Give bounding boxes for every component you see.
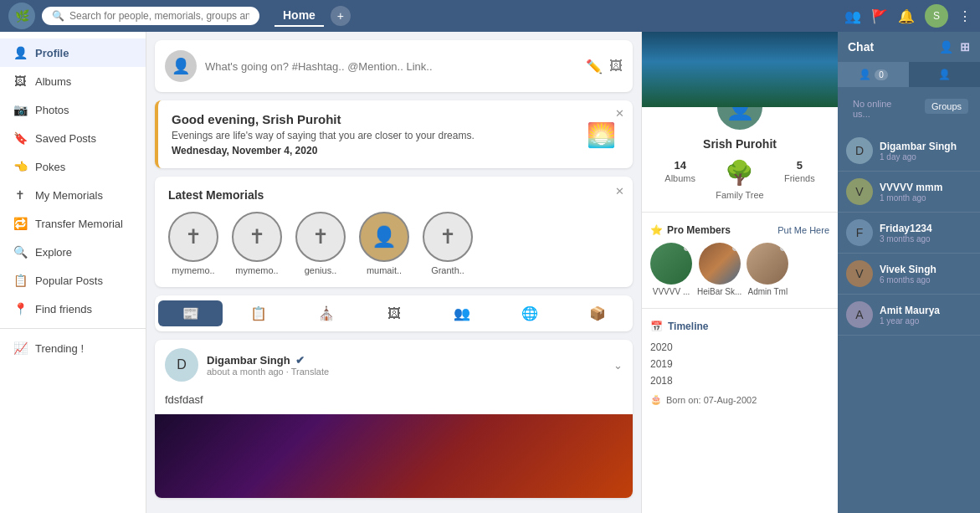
contact-avatar-digambar: D bbox=[846, 137, 873, 164]
friends-count: 5 bbox=[797, 159, 803, 172]
post-input-card: 👤 ✏️ 🖼 bbox=[155, 40, 633, 92]
sidebar-item-photos[interactable]: 📷 Photos bbox=[0, 95, 146, 124]
sidebar-item-transfer[interactable]: 🔁 Transfer Memorial bbox=[0, 209, 146, 238]
sidebar-item-memorials[interactable]: ✝ My Memorials bbox=[0, 181, 146, 209]
home-button[interactable]: Home bbox=[275, 5, 324, 27]
albums-label: Albums bbox=[664, 173, 695, 183]
list-item[interactable]: 👤 mumait.. bbox=[359, 212, 409, 275]
feed-post-author[interactable]: Digambar Singh ✔ bbox=[207, 354, 605, 367]
add-button[interactable]: + bbox=[331, 6, 351, 26]
online-count: 0 bbox=[875, 69, 888, 80]
chat-grid-icon[interactable]: ⊞ bbox=[960, 40, 970, 54]
list-item[interactable]: ✝ genius.. bbox=[295, 212, 346, 275]
find-friends-icon: 📍 bbox=[13, 302, 27, 315]
sidebar-item-explore[interactable]: 🔍 Explore bbox=[0, 238, 146, 266]
family-tree-label: Family Tree bbox=[716, 190, 763, 200]
logo[interactable]: 🌿 bbox=[8, 3, 35, 29]
memorials-list: ✝ mymemo.. ✝ mymemo.. ✝ genius.. 👤 mumai… bbox=[168, 212, 619, 275]
chat-contact-amit[interactable]: A Amit Maurya 1 year ago bbox=[838, 295, 980, 336]
list-item[interactable]: VVVVV ... bbox=[650, 243, 692, 296]
pro-members-grid: VVVVV ... HeiBar Sk... Admin Tml bbox=[650, 243, 829, 296]
profile-divider bbox=[642, 212, 838, 213]
chat-contact-friday[interactable]: F Friday1234 3 months ago bbox=[838, 213, 980, 254]
messages-icon[interactable]: 🚩 bbox=[871, 8, 888, 24]
friends-icon[interactable]: 👥 bbox=[844, 8, 861, 24]
albums-icon: 🖼 bbox=[13, 74, 27, 88]
groups-button[interactable]: Groups bbox=[925, 99, 968, 114]
tab-archive[interactable]: 📦 bbox=[565, 300, 629, 326]
memorial-name-3: genius.. bbox=[305, 265, 337, 275]
stat-friends[interactable]: 5 Friends bbox=[770, 159, 829, 200]
edit-icon[interactable]: ✏️ bbox=[586, 59, 603, 74]
contact-info-friday: Friday1234 3 months ago bbox=[880, 223, 972, 244]
memorial-name-2: mymemo.. bbox=[235, 265, 278, 275]
profile-stats: 14 Albums 🌳 Family Tree 5 Friends bbox=[642, 159, 838, 208]
list-item[interactable]: ✝ Granth.. bbox=[423, 212, 473, 275]
tab-family-tree[interactable]: 🌐 bbox=[497, 300, 562, 326]
memorials-close-button[interactable]: ✕ bbox=[615, 185, 624, 198]
tab-photos[interactable]: 🖼 bbox=[362, 300, 426, 326]
feed-post-meta: about a month ago · Translate bbox=[207, 367, 605, 377]
gallery-icon[interactable]: 🖼 bbox=[609, 59, 623, 74]
chat-tab-groups[interactable]: 👤 bbox=[909, 62, 980, 87]
user-avatar[interactable]: S bbox=[925, 4, 948, 28]
pro-member-name-1: VVVVV ... bbox=[653, 287, 690, 296]
post-input-field[interactable] bbox=[205, 60, 577, 73]
sidebar-item-find-friends[interactable]: 📍 Find friends bbox=[0, 295, 146, 323]
memorial-name-4: mumait.. bbox=[367, 265, 402, 275]
albums-count: 14 bbox=[674, 159, 685, 172]
greeting-close-button[interactable]: ✕ bbox=[615, 107, 624, 120]
chat-contact-vivek[interactable]: V Vivek Singh 6 months ago bbox=[838, 254, 980, 295]
timeline-year-2018[interactable]: 2018 bbox=[650, 372, 829, 389]
chevron-down-icon[interactable]: ⌄ bbox=[613, 359, 623, 372]
list-item[interactable]: ✝ mymemo.. bbox=[232, 212, 282, 275]
contact-info-vvvvv: VVVVV mmm 1 month ago bbox=[880, 182, 972, 203]
list-item[interactable]: Admin Tml bbox=[747, 243, 788, 296]
sidebar-item-profile[interactable]: 👤 Profile bbox=[0, 38, 146, 67]
sidebar-item-albums[interactable]: 🖼 Albums bbox=[0, 67, 146, 95]
memorial-avatar-5: ✝ bbox=[423, 212, 473, 262]
add-friend-icon[interactable]: 👤 bbox=[939, 40, 953, 54]
memorial-name-5: Granth.. bbox=[431, 265, 464, 275]
avatar-label: S bbox=[933, 10, 940, 22]
profile-waterfall-image bbox=[642, 32, 838, 107]
list-item[interactable]: HeiBar Sk... bbox=[697, 243, 741, 296]
timeline-year-2020[interactable]: 2020 bbox=[650, 339, 829, 356]
tab-people[interactable]: 👥 bbox=[429, 300, 494, 326]
sidebar-item-pokes[interactable]: 👈 Pokes bbox=[0, 152, 146, 181]
sidebar-item-popular[interactable]: 📋 Popular Posts bbox=[0, 266, 146, 295]
friends-label: Friends bbox=[784, 173, 815, 183]
search-input[interactable] bbox=[69, 10, 249, 22]
timeline-year-2019[interactable]: 2019 bbox=[650, 356, 829, 372]
nav-right: 👥 🚩 🔔 S ⋮ bbox=[844, 4, 972, 28]
tab-list[interactable]: 📋 bbox=[226, 300, 290, 326]
put-me-here-link[interactable]: Put Me Here bbox=[777, 225, 829, 235]
sidebar-item-trending[interactable]: 📈 Trending ! bbox=[0, 334, 146, 362]
feed-post-avatar: D bbox=[165, 348, 198, 382]
feed-avatar-label: D bbox=[177, 357, 187, 372]
search-icon: 🔍 bbox=[52, 10, 64, 22]
sidebar-label-explore: Explore bbox=[35, 246, 72, 259]
sidebar-label-trending: Trending ! bbox=[35, 342, 84, 355]
notifications-icon[interactable]: 🔔 bbox=[898, 8, 915, 24]
tab-timeline[interactable]: 📰 bbox=[158, 300, 223, 326]
chat-contact-digambar[interactable]: D Digambar Singh 1 day ago bbox=[838, 131, 980, 172]
chat-tab-online[interactable]: 👤 0 bbox=[838, 62, 909, 87]
greeting-date: Wednesday, November 4, 2020 bbox=[172, 145, 619, 156]
contact-avatar-vvvvv: V bbox=[846, 178, 873, 205]
tab-memorial-type[interactable]: ⛪ bbox=[294, 300, 358, 326]
sidebar-item-saved-posts[interactable]: 🔖 Saved Posts bbox=[0, 124, 146, 152]
search-box[interactable]: 🔍 bbox=[42, 7, 259, 25]
contact-name-vivek: Vivek Singh bbox=[880, 264, 972, 275]
chat-contact-vvvvv[interactable]: V VVVVV mmm 1 month ago bbox=[838, 172, 980, 213]
contact-avatar-amit: A bbox=[846, 301, 873, 328]
feed-post-image bbox=[155, 414, 633, 498]
pro-members-divider bbox=[642, 308, 838, 309]
stat-family-tree[interactable]: 🌳 Family Tree bbox=[710, 159, 769, 200]
list-item[interactable]: ✝ mymemo.. bbox=[168, 212, 218, 275]
sidebar-label-popular: Popular Posts bbox=[35, 274, 103, 287]
greeting-title: Good evening, Srish Purohit bbox=[172, 112, 619, 126]
sidebar-label-pokes: Pokes bbox=[35, 161, 65, 173]
stat-albums[interactable]: 14 Albums bbox=[650, 159, 710, 200]
more-icon[interactable]: ⋮ bbox=[958, 8, 972, 24]
